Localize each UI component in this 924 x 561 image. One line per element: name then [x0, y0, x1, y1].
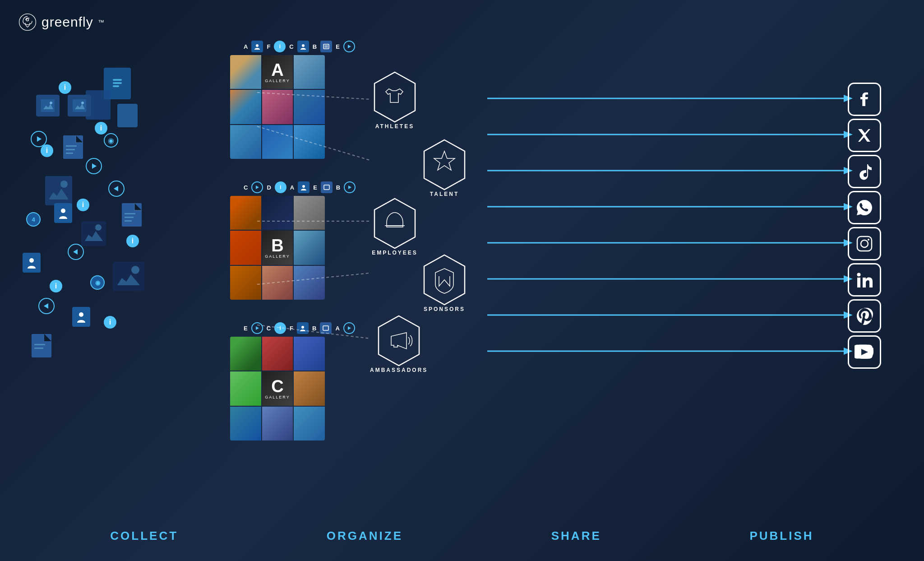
image-block: [113, 262, 144, 291]
gallery-cell: [230, 125, 261, 159]
svg-rect-32: [122, 203, 142, 227]
svg-rect-34: [125, 217, 134, 218]
svg-rect-22: [113, 262, 144, 291]
avatar-icon: [23, 253, 41, 273]
avatar-icon: [72, 307, 90, 327]
icon-e2: [321, 181, 333, 193]
talent-label: TALENT: [420, 191, 469, 197]
collect-cloud: i i i i i i i 4 ◉: [14, 54, 149, 361]
letter-d: D: [267, 184, 271, 191]
logo-tm: ™: [98, 19, 104, 26]
gallery-cell: [230, 371, 261, 405]
svg-point-25: [61, 209, 65, 213]
tiktok-icon-box[interactable]: [848, 155, 881, 188]
info-badge: i: [59, 81, 71, 94]
gallery-cell: [294, 371, 325, 405]
svg-point-40: [302, 44, 305, 47]
play-icon: [86, 158, 102, 174]
icon-a2: [298, 181, 310, 193]
svg-rect-75: [857, 236, 872, 251]
svg-marker-44: [256, 185, 259, 189]
icon-e: [343, 41, 355, 52]
svg-marker-51: [348, 326, 351, 330]
gallery-center-cell: A GALLERY: [262, 55, 293, 89]
svg-rect-38: [34, 348, 43, 349]
avatar-icon: [54, 203, 72, 223]
logo: greenfly™: [18, 13, 104, 32]
letter-b2: B: [336, 184, 340, 191]
gallery-cell: [294, 231, 325, 264]
info-badge: i: [41, 144, 53, 157]
gallery-cell: [230, 407, 261, 440]
gallery-b-letters: C D i A E B: [244, 181, 356, 193]
svg-point-27: [79, 312, 83, 317]
gallery-cell: [262, 125, 293, 159]
svg-rect-2: [113, 79, 122, 81]
svg-point-45: [302, 185, 305, 188]
gallery-cell: [262, 266, 293, 300]
logo-text: greenfly: [42, 14, 93, 30]
linkedin-icon-box[interactable]: [848, 263, 881, 297]
facebook-icon-box[interactable]: [848, 83, 881, 116]
svg-point-24: [131, 266, 139, 274]
icon-f: i: [274, 41, 286, 52]
share-label: SHARE: [551, 529, 601, 543]
svg-rect-78: [857, 278, 860, 287]
sponsors-hex: SPONSORS: [420, 253, 469, 312]
svg-point-79: [857, 273, 861, 277]
svg-rect-37: [34, 344, 45, 345]
icon-c2: [251, 181, 263, 193]
info-badge: i: [126, 235, 139, 247]
image-icon: [36, 95, 60, 116]
collect-label: COLLECT: [110, 529, 178, 543]
svg-marker-12: [92, 163, 97, 169]
svg-rect-4: [113, 85, 119, 87]
twitter-icon-box[interactable]: [848, 119, 881, 152]
image-icon: [68, 95, 91, 116]
svg-marker-57: [434, 151, 455, 170]
svg-point-26: [29, 258, 34, 263]
gallery-b-grid: B GALLERY: [230, 196, 325, 300]
svg-point-1: [26, 19, 28, 21]
gallery-cell: [230, 337, 261, 371]
letter-c: C: [289, 43, 293, 50]
talent-hex: TALENT: [420, 138, 469, 197]
svg-point-76: [861, 240, 868, 247]
sponsors-label: SPONSORS: [420, 306, 469, 312]
svg-rect-29: [66, 145, 77, 147]
pinterest-icon-box[interactable]: [848, 299, 881, 333]
letter-e2: E: [313, 184, 317, 191]
svg-point-39: [256, 44, 259, 47]
gallery-cell: [230, 266, 261, 300]
gallery-cell: [294, 125, 325, 159]
youtube-icon-box[interactable]: [848, 335, 881, 369]
gallery-cell: [294, 90, 325, 124]
gallery-cell: [294, 266, 325, 300]
instagram-icon-box[interactable]: [848, 227, 881, 260]
svg-point-7: [50, 102, 52, 104]
svg-rect-5: [41, 99, 55, 112]
svg-rect-42: [324, 45, 328, 48]
svg-rect-35: [125, 220, 132, 222]
employees-label: EMPLOYEES: [370, 250, 420, 256]
svg-rect-50: [323, 326, 328, 330]
svg-marker-48: [256, 326, 259, 330]
gallery-cell: [262, 196, 293, 230]
letter-a: A: [244, 43, 248, 50]
icon-a: [251, 41, 263, 52]
organize-label: ORGANIZE: [327, 529, 403, 543]
svg-point-18: [60, 181, 68, 188]
publish-label: PUBLISH: [749, 529, 813, 543]
svg-rect-3: [113, 82, 122, 84]
gallery-cell: [230, 90, 261, 124]
svg-marker-47: [348, 185, 351, 189]
section-labels: COLLECT ORGANIZE SHARE PUBLISH: [0, 529, 924, 543]
whatsapp-icon-box[interactable]: [848, 191, 881, 224]
employees-hex: EMPLOYEES: [370, 196, 420, 256]
info-badge: i: [77, 199, 89, 211]
svg-rect-16: [45, 176, 72, 205]
gallery-cell: [262, 337, 293, 371]
back-icon: [68, 244, 84, 260]
icon-c: [297, 41, 309, 52]
back-icon: [108, 181, 125, 197]
